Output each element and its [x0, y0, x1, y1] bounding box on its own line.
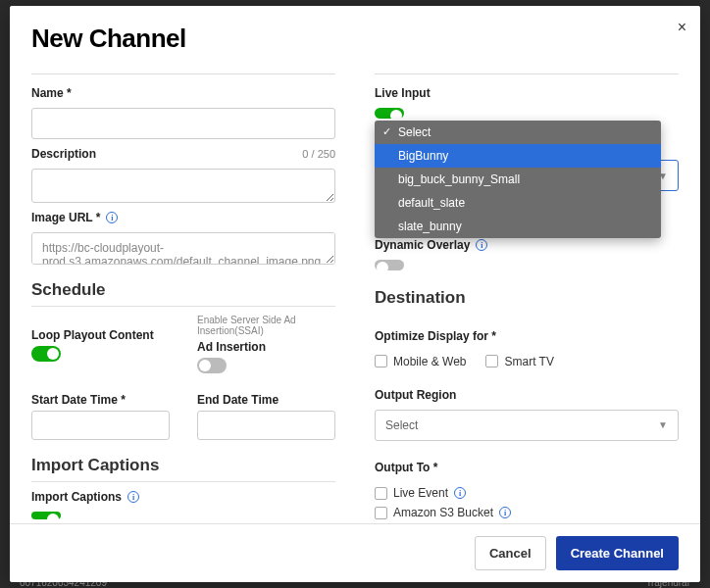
- image-url-label: Image URL * i: [31, 211, 335, 224]
- slate-option-bigbunny[interactable]: BigBunny: [375, 144, 661, 168]
- description-textarea[interactable]: [31, 169, 335, 203]
- slate-option-bigbuckbunnysmall[interactable]: big_buck_bunny_Small: [375, 168, 661, 191]
- name-label: Name *: [31, 86, 335, 100]
- checkbox-icon: [375, 487, 387, 500]
- slate-option-defaultslate[interactable]: default_slate: [375, 191, 661, 215]
- description-label: Description: [31, 147, 96, 161]
- dynamic-overlay-label: Dynamic Overlay i: [375, 238, 679, 252]
- cancel-button[interactable]: Cancel: [475, 536, 546, 570]
- import-captions-label: Import Captions i: [31, 490, 335, 504]
- create-channel-button[interactable]: Create Channel: [556, 536, 679, 570]
- close-icon[interactable]: ×: [678, 20, 686, 35]
- loop-playout-label: Loop Playout Content: [31, 328, 170, 342]
- modal-footer: Cancel Create Channel: [10, 523, 700, 582]
- ssai-hint: Enable Server Side Ad Insertion(SSAI): [197, 315, 335, 336]
- output-to-s3-option[interactable]: Amazon S3 Bucket i: [375, 506, 679, 519]
- info-icon[interactable]: i: [499, 507, 511, 518]
- info-icon[interactable]: i: [127, 491, 139, 503]
- slate-option-slatebunny[interactable]: slate_bunny: [375, 215, 661, 238]
- start-date-input[interactable]: [31, 411, 170, 440]
- new-channel-modal: × New Channel Name * Description 0 / 250…: [10, 6, 700, 582]
- right-column: Live Input Slate * i Select ▼ Select Big…: [375, 64, 679, 519]
- chevron-down-icon: ▼: [658, 419, 668, 430]
- live-input-toggle[interactable]: [375, 108, 404, 119]
- end-date-label: End Date Time: [197, 393, 335, 407]
- output-to-live-option[interactable]: Live Event i: [375, 486, 679, 500]
- slate-dropdown-menu: Select BigBunny big_buck_bunny_Small def…: [375, 121, 661, 238]
- dynamic-overlay-toggle[interactable]: [375, 260, 404, 270]
- optimize-mobile-option[interactable]: Mobile & Web: [375, 355, 466, 368]
- live-input-label: Live Input: [375, 86, 679, 100]
- optimize-label: Optimize Display for *: [375, 329, 679, 343]
- schedule-heading: Schedule: [31, 280, 335, 307]
- checkbox-icon: [375, 507, 387, 519]
- slate-option-select[interactable]: Select: [375, 121, 661, 144]
- start-date-label: Start Date Time *: [31, 393, 170, 407]
- loop-playout-toggle[interactable]: [31, 346, 61, 362]
- output-region-label: Output Region: [375, 388, 679, 402]
- end-date-input[interactable]: [197, 411, 335, 440]
- info-icon[interactable]: i: [106, 212, 118, 223]
- destination-heading: Destination: [375, 288, 679, 308]
- modal-header: New Channel: [10, 6, 700, 64]
- optimize-tv-option[interactable]: Smart TV: [485, 355, 553, 368]
- modal-body: Name * Description 0 / 250 Image URL * i…: [10, 64, 700, 523]
- checkbox-icon: [485, 355, 498, 368]
- output-region-select[interactable]: Select ▼: [375, 410, 679, 441]
- left-column: Name * Description 0 / 250 Image URL * i…: [31, 64, 335, 519]
- import-captions-toggle[interactable]: [31, 512, 61, 519]
- info-icon[interactable]: i: [476, 239, 487, 251]
- modal-title: New Channel: [31, 24, 679, 54]
- description-counter: 0 / 250: [302, 148, 335, 160]
- ad-insertion-label: Ad Insertion: [197, 340, 335, 354]
- info-icon[interactable]: i: [454, 487, 466, 499]
- output-to-label: Output To *: [375, 461, 679, 474]
- ad-insertion-toggle[interactable]: [197, 358, 227, 373]
- image-url-textarea[interactable]: https://bc-cloudplayout-prod.s3.amazonaw…: [31, 232, 335, 265]
- import-captions-heading: Import Captions: [31, 456, 335, 482]
- checkbox-icon: [375, 355, 387, 368]
- name-input[interactable]: [31, 108, 335, 139]
